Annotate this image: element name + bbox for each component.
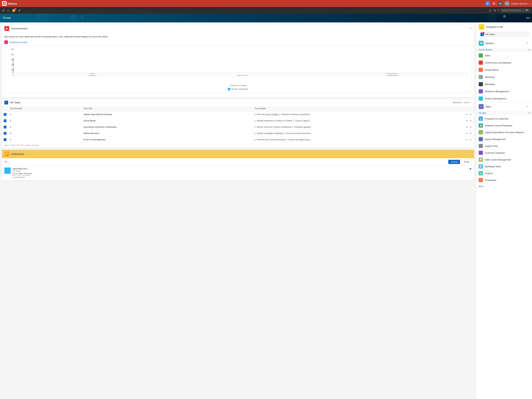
graduation-icon[interactable]: 🎓	[489, 9, 492, 12]
notification-icon[interactable]: 🔔 1	[12, 9, 15, 12]
notif-item-title: Upcoming Conf...	[13, 168, 468, 170]
task-row-icon-cell: ✓	[2, 111, 8, 118]
apps-icon: ≡	[479, 104, 484, 109]
space-item[interactable]: Product Development	[476, 95, 532, 102]
unread-button[interactable]: Unread	[448, 160, 460, 164]
joined-spaces-header[interactable]: Joined Spaces ▾	[476, 47, 532, 52]
bar-opex-label: OPEX Business Transformation	[385, 73, 399, 76]
chart-app-link[interactable]: ★ Conference Leads	[4, 40, 472, 44]
menu-icon[interactable]: ☰	[2, 9, 5, 12]
space-item[interactable]: Marketing	[476, 73, 532, 81]
app-item[interactable]: ⏱ Timesheets	[476, 177, 532, 183]
task-edit-button[interactable]: ✏	[465, 119, 469, 122]
task-delete-button[interactable]: ✕	[469, 125, 472, 129]
space-item[interactable]: Conferences and Meetups	[476, 59, 532, 66]
hr-tasks-item-icon: ✓ 2	[481, 33, 484, 36]
task-title: Social Media	[82, 118, 253, 124]
google-icon[interactable]: G	[485, 1, 490, 6]
task-delete-button[interactable]: ✕	[469, 119, 472, 122]
announcement-edit-button[interactable]: ✎	[470, 27, 472, 30]
task-title: Market Research	[82, 130, 253, 137]
space-name: Product Development	[485, 97, 507, 100]
more-link[interactable]: More	[476, 183, 532, 189]
task-row-icon-cell: ✓	[2, 130, 8, 137]
space-item[interactable]: Marketing	[476, 81, 532, 88]
app-item[interactable]: 💰 Capital Expenditure Purchase Request	[476, 129, 532, 136]
app-item[interactable]: 👤 Customer Database	[476, 150, 532, 156]
read-button[interactable]: Read	[461, 160, 472, 164]
task-delete-button[interactable]: ✕	[469, 138, 472, 141]
dark-icon[interactable]: B	[498, 1, 503, 6]
spaces-add-button[interactable]: +	[526, 41, 528, 45]
notifications-icon: 🔔	[4, 151, 9, 157]
spaces-header[interactable]: 💬 Spaces +	[476, 39, 532, 47]
portal-more-button[interactable]: •••	[526, 16, 530, 20]
apps-header[interactable]: ≡ Apps +	[476, 102, 532, 111]
space-item[interactable]: Workforce Management	[476, 88, 532, 95]
app-name: Projects	[485, 172, 493, 175]
announcement-header: ▶ Announcement ✎	[2, 24, 474, 33]
assigned-hr-tasks-item[interactable]: ✓ 2 HR Tasks	[479, 32, 530, 37]
task-edit-button[interactable]: ✏	[465, 132, 469, 135]
app-icon: 📝	[479, 164, 483, 169]
task-edit-button[interactable]: ✏	[465, 138, 469, 141]
filter-all-button[interactable]: All	[4, 161, 7, 163]
all-apps-header[interactable]: All Apps ▾	[476, 111, 532, 115]
space-avatar	[479, 82, 483, 86]
app-icon: ☁	[479, 117, 483, 121]
app-item[interactable]: ☁ Prospects & Customers	[476, 115, 532, 122]
user-section[interactable]: AS Andrea Sommer ▾	[504, 1, 530, 6]
task-edit-button[interactable]: ✏	[465, 113, 469, 116]
apps-list: ☁ Prospects & Customers 📋 Software Licen…	[476, 115, 532, 183]
app-item[interactable]: 📋 Software License Requests	[476, 122, 532, 129]
record-icon[interactable]: R	[491, 1, 496, 6]
task-delete-button[interactable]: ✕	[469, 132, 472, 135]
dropdown-arrow: ▾	[529, 3, 530, 5]
search-input[interactable]	[502, 9, 525, 12]
app-item[interactable]: ❓ Support FAQ	[476, 143, 532, 150]
app-icon: 👤	[479, 151, 483, 155]
app-item[interactable]: 📁 Projects	[476, 170, 532, 177]
app-name: Timesheets	[485, 179, 496, 182]
avatar: AS	[504, 1, 510, 6]
next-page-button[interactable]: ›	[471, 101, 472, 104]
help-icon[interactable]: ?	[498, 9, 499, 12]
app-name: Inquiry Management	[485, 138, 506, 141]
notif-item-app: HR Tasks	[13, 170, 468, 172]
notification-item: 🔧 Upcoming Conf... HR Tasks Fresh Status…	[2, 166, 474, 180]
logo[interactable]: kintone	[2, 1, 17, 6]
timestamp: Mar 14, 2017 2:07 PM	[4, 144, 23, 146]
tasks-table: Task Number Task Title Task Details ✓ 1 …	[2, 106, 474, 143]
space-item[interactable]: Global Offices	[476, 66, 532, 73]
gear-icon[interactable]: ⚙	[494, 9, 496, 12]
joined-spaces-label: Joined Spaces	[479, 48, 493, 51]
assigned-section: 💡 Assigned to Me ✓ 2 HR Tasks	[476, 22, 532, 39]
hr-tasks-icon: ✓	[4, 101, 8, 105]
apps-add-button[interactable]: +	[526, 105, 528, 109]
announcement-text: We closed 2x more deals last month! Grea…	[4, 35, 472, 38]
notif-item-status: Fresh Status Reminder	[13, 172, 468, 175]
main-layout: ▶ Announcement ✎ We closed 2x more deals…	[0, 22, 532, 399]
assigned-title: Assigned to Me	[486, 26, 503, 28]
filter-dropdown-button[interactable]: ▾	[9, 161, 10, 163]
app-item[interactable]: 📝 Marketing Tasks	[476, 163, 532, 170]
notif-item-by: by Administrator	[13, 177, 468, 178]
svg-rect-0	[3, 2, 4, 3]
hr-tasks-section: ✓ HR Tasks Records 1 - 5 of 6 › Task Num…	[2, 99, 474, 148]
home-icon[interactable]: ⌂	[7, 9, 9, 12]
spaces-icon: 💬	[479, 41, 484, 46]
star-icon[interactable]: ★	[18, 9, 21, 12]
app-icon: ❓	[479, 144, 483, 148]
task-edit-button[interactable]: ✏	[465, 125, 469, 129]
spaces-collapse-icon: ▾	[528, 48, 530, 51]
portal-title: Portal	[3, 16, 11, 20]
table-row: ✓ 4 Market Research 1. Update competitor…	[2, 130, 474, 137]
app-name: Sales Leads Management	[485, 158, 511, 161]
app-item[interactable]: 📊 Sales Leads Management	[476, 156, 532, 163]
task-number: 3	[8, 124, 82, 130]
space-item[interactable]: Sales	[476, 52, 532, 59]
task-delete-button[interactable]: ✕	[469, 113, 472, 116]
hr-tasks-header: ✓ HR Tasks Records 1 - 5 of 6 ›	[2, 99, 474, 106]
task-details: 1. Remove bad / bounced emails 2. Create…	[253, 137, 463, 143]
app-item[interactable]: ❓ Inquiry Management	[476, 136, 532, 143]
